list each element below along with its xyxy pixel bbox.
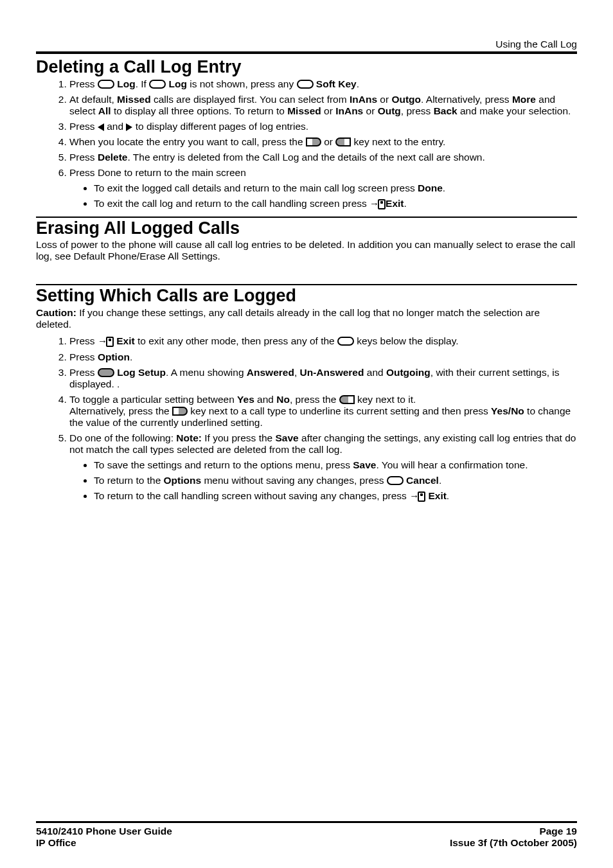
step-1: Press Log. If Log is not shown, press an…	[69, 78, 577, 90]
right-select-key-icon	[172, 407, 188, 416]
footer: 5410/2410 Phone User Guide IP Office Pag…	[36, 821, 577, 849]
left-select-key-icon	[335, 137, 351, 146]
erasing-intro: Loss of power to the phone will cause al…	[36, 239, 577, 262]
left-select-key-icon	[339, 395, 355, 404]
footer-issue: Issue 3f (7th October 2005)	[450, 837, 577, 848]
footer-page: Page 19	[539, 826, 577, 837]
exit-icon: →	[98, 335, 114, 347]
exit-icon: →	[409, 490, 425, 502]
softkey-icon	[98, 80, 114, 89]
heading-deleting-call-log-entry: Deleting a Call Log Entry	[36, 58, 577, 77]
section-separator	[36, 284, 577, 285]
heading-erasing-all-logged-calls: Erasing All Logged Calls	[36, 219, 577, 238]
right-select-key-icon	[306, 137, 321, 146]
step-2: At default, Missed calls are displayed f…	[69, 94, 577, 117]
left-arrow-icon	[98, 123, 104, 131]
exit-icon: →	[369, 198, 386, 209]
softkey-icon	[149, 80, 166, 89]
deleting-steps: Press Log. If Log is not shown, press an…	[36, 78, 577, 210]
setting-step-5-sub-1: To save the settings and return to the o…	[94, 459, 577, 471]
page: Using the Call Log Deleting a Call Log E…	[0, 0, 613, 868]
setting-step-5-sublist: To save the settings and return to the o…	[69, 459, 577, 502]
setting-step-5: Do one of the following: Note: If you pr…	[69, 432, 577, 502]
footer-guide: 5410/2410 Phone User Guide	[36, 826, 172, 837]
softkey-icon	[337, 337, 354, 346]
footer-product: IP Office	[36, 837, 76, 848]
step-3: Press and to display different pages of …	[69, 121, 577, 132]
header-context: Using the Call Log	[36, 39, 577, 54]
step-5: Press Delete. The entry is deleted from …	[69, 152, 577, 163]
filled-softkey-icon	[98, 368, 114, 377]
heading-setting-which-calls: Setting Which Calls are Logged	[36, 287, 577, 306]
setting-steps: Press → Exit to exit any other mode, the…	[36, 335, 577, 502]
section-separator	[36, 217, 577, 218]
setting-step-5-sub-2: To return to the Options menu without sa…	[94, 475, 577, 486]
step-6-sublist: To exit the logged call details and retu…	[69, 182, 577, 210]
right-arrow-icon	[126, 123, 132, 131]
setting-step-3: Press Log Setup. A menu showing Answered…	[69, 367, 577, 390]
setting-step-2: Press Option.	[69, 351, 577, 363]
step-6: Press Done to return to the main screen …	[69, 167, 577, 210]
setting-step-5-sub-3: To return to the call handling screen wi…	[94, 490, 577, 502]
softkey-icon	[297, 80, 314, 89]
setting-step-4: To toggle a particular setting between Y…	[69, 394, 577, 429]
step-4: When you locate the entry you want to ca…	[69, 136, 577, 148]
caution-text: Caution: If you change these settings, a…	[36, 307, 577, 330]
step-6-sub-2: To exit the call log and return to the c…	[94, 198, 577, 210]
step-6-sub-1: To exit the logged call details and retu…	[94, 182, 577, 194]
softkey-icon	[387, 476, 404, 485]
setting-step-1: Press → Exit to exit any other mode, the…	[69, 335, 577, 348]
